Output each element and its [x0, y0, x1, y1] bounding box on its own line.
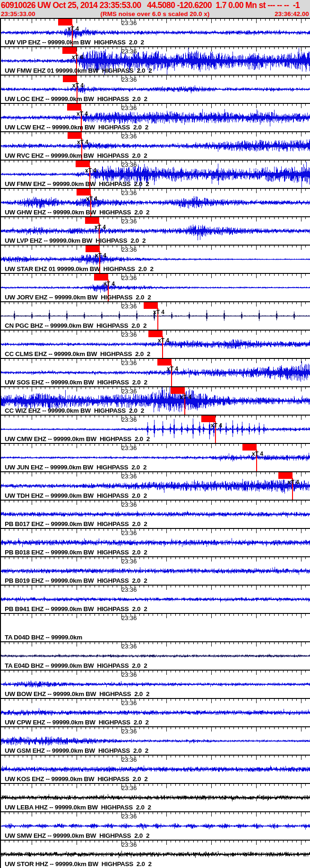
pick-flag-label: xT 4	[158, 337, 169, 344]
pick-flag[interactable]: xT 4	[85, 217, 99, 224]
pick-flag-label: xT 4	[180, 394, 191, 400]
trace-row: 23:36 xT 4 UW FMW EHZ 01 99999.0km BW HI…	[0, 46, 310, 75]
pick-flag[interactable]: xT 4	[148, 331, 163, 337]
pick-flag[interactable]: xT 4	[67, 104, 81, 111]
minute-time-label: 23:36	[121, 133, 137, 140]
trace-row: 23:36 xT 4 CC WIZ EHZ -- 99999.0km BW HI…	[0, 386, 310, 415]
minute-time-label: 23:36	[121, 274, 137, 281]
trace-label: UW RVC EHZ -- 99999.0km BW HIGHPASS 2.0 …	[5, 152, 147, 159]
trace-label: UW STAR EHZ 01 99999.0km BW HIGHPASS 2.0…	[5, 265, 154, 272]
minute-time-label: 23:36	[121, 189, 137, 196]
trace-label: UW STOR HHZ -- 99999.0km BW HIGHPASS 2.0…	[5, 860, 152, 868]
minute-time-label: 23:36	[121, 48, 137, 55]
trace-label: PB B019 EHZ -- 99999.0km BW HIGHPASS 2.0…	[5, 577, 147, 584]
pick-flag-label: xT 4	[95, 224, 106, 230]
pick-flag-label: xT 4	[72, 82, 84, 89]
minute-time-label: 23:36	[121, 161, 137, 168]
pick-flag-label: xT 4	[167, 366, 178, 372]
minute-time-label: 23:36	[121, 218, 137, 225]
trace-row: 23:36 xT 4 UW VIP EHZ -- 99999.0km BW HI…	[0, 18, 310, 46]
trace-row: 23:36 PB B017 EHZ -- 99999.0km BW HIGHPA…	[0, 500, 310, 528]
trace-row: 23:36 xT 4 UW SOS EHZ -- 99999.0km BW HI…	[0, 358, 310, 386]
scale-note: (RMS noise over 6.0 s scaled 20.0 x)	[100, 11, 209, 17]
minute-time-label: 23:36	[121, 784, 137, 791]
trace-row: 23:36 UW LEBA HHZ -- 99999.0km BW HIGHPA…	[0, 783, 310, 811]
waveform-viewer: 60910026 UW Oct 25, 2014 23:35:53.00 44.…	[0, 0, 310, 868]
pick-flag-label: xT 4	[252, 451, 263, 457]
trace-label: CC WIZ EHZ -- 99999.0km BW HIGHPASS 2.0 …	[5, 407, 144, 414]
pick-flag[interactable]: xT 4	[144, 302, 158, 309]
minute-time-label: 23:36	[121, 728, 137, 735]
trace-row: 23:36 UW GSM EHZ -- 99999.0km BW HIGHPAS…	[0, 726, 310, 755]
minute-time-label: 23:36	[121, 416, 137, 423]
pick-flag[interactable]: xT 4	[157, 359, 172, 366]
pick-flag[interactable]: xT 4	[278, 472, 293, 479]
pick-flag-label: xT 4	[103, 281, 115, 287]
trace-label: UW LOC EHZ -- 99999.0km BW HIGHPASS 2.0 …	[5, 95, 147, 102]
trace-row: 23:36 xT 4 UW CMW EHZ -- 99999.0km BW HI…	[0, 415, 310, 443]
minute-time-label: 23:36	[121, 473, 137, 480]
minute-time-label: 23:36	[121, 586, 137, 593]
trace-label: TA D04D BHZ -- 99999.0km	[5, 634, 82, 641]
trace-row: 23:36 UW KOS EHZ -- 99999.0km BW HIGHPAS…	[0, 755, 310, 783]
pick-flag-label: xT 4	[95, 252, 106, 259]
trace-row: 23:36 xT 4 UW LOC EHZ -- 99999.0km BW HI…	[0, 75, 310, 103]
pick-flag-label: xT 4	[153, 309, 164, 315]
trace-row: 23:36 xT 4 UW LCW EHZ -- 99999.0km BW HI…	[0, 103, 310, 131]
trace-label: UW BOW EHZ -- 99999.0km BW HIGHPASS 2.0 …	[5, 690, 149, 698]
pick-flag-label: xT 4	[72, 54, 83, 60]
trace-label: UW VIP EHZ -- 99999.0km BW HIGHPASS 2.0 …	[5, 39, 144, 46]
minute-time-label: 23:36	[121, 331, 137, 338]
pick-flag[interactable]: xT 4	[86, 246, 100, 252]
trace-row: 23:36 xT 4 UW JUN EHZ -- 99999.0km BW HI…	[0, 443, 310, 471]
minute-time-label: 23:36	[121, 643, 137, 650]
trace-row: 23:36 xT 4 CN PGC BHZ -- 99999.0km BW HI…	[0, 301, 310, 330]
trace-label: CN PGC BHZ -- 99999.0km BW HIGHPASS 2.0 …	[5, 322, 146, 329]
trace-label: UW LEBA HHZ -- 99999.0km BW HIGHPASS 2.0…	[5, 804, 151, 811]
trace-list: 23:36 xT 4 UW VIP EHZ -- 99999.0km BW HI…	[0, 18, 310, 868]
pick-flag[interactable]: xT 4	[242, 444, 257, 451]
window-end-time: 23:36:42.00	[275, 11, 309, 17]
trace-label: UW GHW EHZ -- 99999.0km BW HIGHPASS 2.0 …	[5, 209, 149, 216]
trace-label: UW FMW EHZ -- 99999.0km BW HIGHPASS 2.0 …	[5, 180, 149, 187]
pick-flag[interactable]: xT 4	[58, 19, 72, 26]
minute-time-label: 23:36	[121, 813, 137, 820]
trace-row: 23:36 xT 4 UW JORV EHZ -- 99999.0km BW H…	[0, 273, 310, 301]
minute-time-label: 23:36	[121, 699, 137, 706]
trace-label: PB B017 EHZ -- 99999.0km BW HIGHPASS 2.0…	[5, 520, 147, 528]
minute-time-label: 23:36	[121, 444, 137, 451]
pick-flag[interactable]: xT 4	[76, 161, 90, 167]
trace-row: 23:36 xT 4 UW STAR EHZ 01 99999.0km BW H…	[0, 245, 310, 273]
trace-label: UW SOS EHZ -- 99999.0km BW HIGHPASS 2.0 …	[5, 379, 147, 386]
trace-label: PB B018 EHZ -- 99999.0km BW HIGHPASS 2.0…	[5, 549, 147, 556]
trace-row: 23:36 UW CPW EHZ -- 99999.0km BW HIGHPAS…	[0, 698, 310, 726]
trace-label: UW SMW EHZ -- 99999.0km BW HIGHPASS 2.0 …	[5, 832, 149, 839]
trace-label: CC CLMS EHZ -- 99999.0km BW HIGHPASS 2.0…	[5, 350, 150, 357]
pick-flag[interactable]: xT 4	[171, 387, 185, 394]
event-title: 60910026 UW Oct 25, 2014 23:35:53.00 44.…	[0, 0, 310, 11]
minute-time-label: 23:36	[121, 19, 137, 26]
pick-flag[interactable]: xT 4	[77, 189, 91, 196]
trace-label: UW FMW EHZ 01 99999.0km BW HIGHPASS 2.0 …	[5, 67, 152, 74]
minute-time-label: 23:36	[121, 558, 137, 565]
trace-label: UW LVP EHZ -- 99999.0km BW HIGHPASS 2.0 …	[5, 237, 146, 244]
trace-row: 23:36 UW SMW EHZ -- 99999.0km BW HIGHPAS…	[0, 811, 310, 840]
minute-time-label: 23:36	[121, 359, 137, 366]
trace-row: 23:36 TA E04D BHZ -- 99999.0km BW HIGHPA…	[0, 641, 310, 670]
minute-time-label: 23:36	[121, 671, 137, 678]
pick-flag[interactable]: xT 4	[63, 76, 77, 82]
pick-flag[interactable]: xT 4	[201, 416, 215, 422]
pick-flag[interactable]: xT 4	[94, 274, 108, 281]
minute-time-label: 23:36	[121, 303, 137, 310]
header: 60910026 UW Oct 25, 2014 23:35:53.00 44.…	[0, 0, 310, 18]
trace-label: UW CMW EHZ -- 99999.0km BW HIGHPASS 2.0 …	[5, 435, 150, 443]
trace-row: 23:36 PB B018 EHZ -- 99999.0km BW HIGHPA…	[0, 528, 310, 556]
pick-flag[interactable]: xT 4	[62, 47, 77, 54]
minute-time-label: 23:36	[121, 501, 137, 508]
trace-row: 23:36 TA D04D BHZ -- 99999.0km	[0, 613, 310, 641]
trace-row: 23:36 PB B941 EHZ -- 99999.0km BW HIGHPA…	[0, 585, 310, 613]
pick-flag-label: xT 4	[85, 167, 96, 174]
pick-flag[interactable]: xT 4	[68, 132, 82, 139]
trace-row: 23:36 PB B019 EHZ -- 99999.0km BW HIGHPA…	[0, 556, 310, 585]
minute-time-label: 23:36	[121, 756, 137, 763]
